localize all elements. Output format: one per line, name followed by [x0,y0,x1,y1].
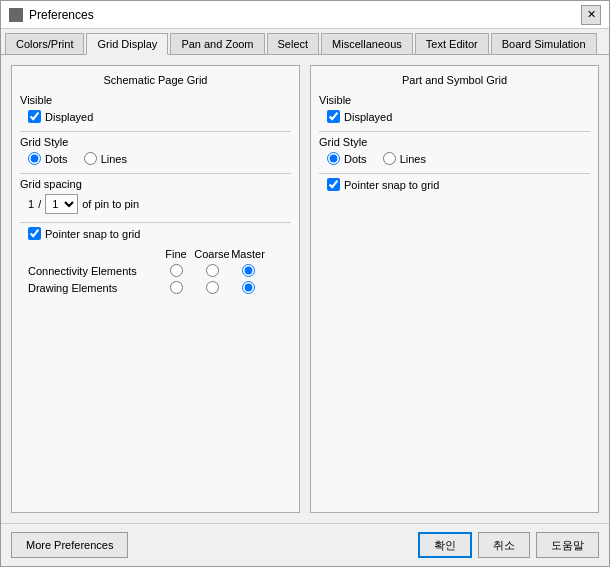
footer-right: 확인 취소 도움말 [418,532,599,558]
schematic-displayed-checkbox[interactable] [28,110,41,123]
connectivity-row: Connectivity Elements [20,264,291,277]
connectivity-fine-radio[interactable] [170,264,183,277]
part-grid-style-label: Grid Style [319,136,590,148]
footer: More Preferences 확인 취소 도움말 [1,523,609,566]
schematic-panel-title: Schematic Page Grid [20,74,291,86]
connectivity-coarse-radio[interactable] [206,264,219,277]
tab-grid-display[interactable]: Grid Display [86,33,168,55]
connectivity-fine-cell [158,264,194,277]
tab-colors-print[interactable]: Colors/Print [5,33,84,54]
schematic-pointer-snap-label[interactable]: Pointer snap to grid [45,228,140,240]
table-header: Fine Coarse Master [20,248,291,260]
schematic-grid-style-section: Grid Style Dots Lines [20,136,291,165]
help-button[interactable]: 도움말 [536,532,599,558]
main-content: Schematic Page Grid Visible Displayed Gr… [1,55,609,523]
title-bar: Preferences ✕ [1,1,609,29]
schematic-lines-label[interactable]: Lines [101,153,127,165]
schematic-grid-style-label: Grid Style [20,136,291,148]
part-pointer-snap-row: Pointer snap to grid [319,178,590,191]
schematic-displayed-label[interactable]: Displayed [45,111,93,123]
spacing-numerator: 1 [28,198,34,210]
connectivity-coarse-cell [194,264,230,277]
schematic-pointer-snap-section: Pointer snap to grid [20,227,291,240]
drawing-fine-cell [158,281,194,294]
footer-left: More Preferences [11,532,128,558]
schematic-grid-spacing-section: Grid spacing 1 / 1 2 4 8 of pin to pin [20,178,291,214]
drawing-fine-radio[interactable] [170,281,183,294]
drawing-coarse-radio[interactable] [206,281,219,294]
schematic-grid-style-row: Dots Lines [20,152,291,165]
part-dots-label[interactable]: Dots [344,153,367,165]
th-master: Master [230,248,266,260]
schematic-grid-spacing-label: Grid spacing [20,178,291,190]
title-bar-left: Preferences [9,8,94,22]
drawing-label: Drawing Elements [28,282,158,294]
drawing-coarse-cell [194,281,230,294]
part-pointer-snap-section: Pointer snap to grid [319,178,590,191]
spacing-slash: / [38,198,41,210]
drawing-row: Drawing Elements [20,281,291,294]
spacing-suffix: of pin to pin [82,198,139,210]
connectivity-table: Fine Coarse Master Connectivity Elements [20,248,291,294]
preferences-window: Preferences ✕ Colors/Print Grid Display … [0,0,610,567]
schematic-lines-option: Lines [84,152,127,165]
tab-bar: Colors/Print Grid Display Pan and Zoom S… [1,29,609,55]
schematic-dots-option: Dots [28,152,68,165]
part-displayed-checkbox[interactable] [327,110,340,123]
part-pointer-snap-label[interactable]: Pointer snap to grid [344,179,439,191]
drawing-master-radio[interactable] [242,281,255,294]
tab-select[interactable]: Select [267,33,320,54]
connectivity-master-cell [230,264,266,277]
part-panel-title: Part and Symbol Grid [319,74,590,86]
th-coarse: Coarse [194,248,230,260]
part-dots-radio[interactable] [327,152,340,165]
drawing-master-cell [230,281,266,294]
part-displayed-row: Displayed [319,110,590,123]
part-lines-radio[interactable] [383,152,396,165]
window-title: Preferences [29,8,94,22]
tab-board-simulation[interactable]: Board Simulation [491,33,597,54]
part-lines-label[interactable]: Lines [400,153,426,165]
part-grid-style-section: Grid Style Dots Lines [319,136,590,165]
part-pointer-snap-checkbox[interactable] [327,178,340,191]
schematic-panel: Schematic Page Grid Visible Displayed Gr… [11,65,300,513]
app-icon [9,8,23,22]
th-fine: Fine [158,248,194,260]
part-visible-label: Visible [319,94,590,106]
part-lines-option: Lines [383,152,426,165]
schematic-pointer-snap-row: Pointer snap to grid [20,227,291,240]
connectivity-label: Connectivity Elements [28,265,158,277]
schematic-dots-label[interactable]: Dots [45,153,68,165]
spacing-select[interactable]: 1 2 4 8 [45,194,78,214]
close-button[interactable]: ✕ [581,5,601,25]
th-empty [28,248,158,260]
part-grid-style-row: Dots Lines [319,152,590,165]
cancel-button[interactable]: 취소 [478,532,530,558]
tab-text-editor[interactable]: Text Editor [415,33,489,54]
schematic-dots-radio[interactable] [28,152,41,165]
confirm-button[interactable]: 확인 [418,532,472,558]
part-displayed-label[interactable]: Displayed [344,111,392,123]
connectivity-master-radio[interactable] [242,264,255,277]
part-panel: Part and Symbol Grid Visible Displayed G… [310,65,599,513]
schematic-pointer-snap-checkbox[interactable] [28,227,41,240]
part-dots-option: Dots [327,152,367,165]
schematic-displayed-row: Displayed [20,110,291,123]
tab-miscellaneous[interactable]: Miscellaneous [321,33,413,54]
more-preferences-button[interactable]: More Preferences [11,532,128,558]
schematic-spacing-row: 1 / 1 2 4 8 of pin to pin [20,194,291,214]
tab-pan-zoom[interactable]: Pan and Zoom [170,33,264,54]
schematic-visible-label: Visible [20,94,291,106]
schematic-lines-radio[interactable] [84,152,97,165]
